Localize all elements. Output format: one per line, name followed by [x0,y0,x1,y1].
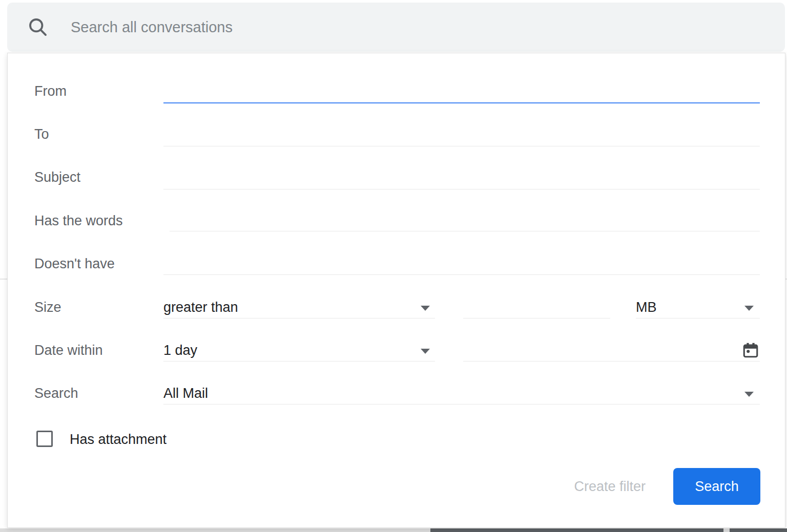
calendar-icon[interactable] [742,341,759,361]
has-attachment-checkbox[interactable] [36,431,53,447]
doesnt-have-label: Doesn't have [34,256,115,272]
search-input[interactable] [70,18,785,36]
has-words-underline [170,231,760,231]
size-unit-value: MB [636,300,657,315]
search-icon [27,16,49,38]
search-scope-dropdown[interactable]: All Mail [163,376,760,405]
doesnt-have-input[interactable] [163,247,760,275]
search-button[interactable]: Search [673,468,760,505]
advanced-search-panel: From To Subject Has the words Doesn't ha… [7,53,785,528]
background-dark-segment [430,528,723,532]
has-attachment-label: Has attachment [70,432,167,448]
from-label: From [34,83,67,99]
size-amount-underline [463,318,610,318]
create-filter-button[interactable]: Create filter [574,479,646,495]
to-underline [163,146,760,146]
size-amount-input[interactable] [463,290,610,318]
search-bar[interactable] [7,3,785,52]
size-label: Size [34,300,61,315]
background-content-strip [0,528,787,532]
background-dark-segment [730,528,787,532]
from-underline-focused [163,102,760,103]
size-comparator-value: greater than [163,300,238,315]
size-unit-dropdown[interactable]: MB [636,290,760,318]
date-underline [463,361,760,361]
subject-label: Subject [34,169,80,185]
size-comparator-underline [163,318,435,318]
search-scope-value: All Mail [163,386,208,401]
date-within-label: Date within [34,343,103,358]
to-input[interactable] [163,118,760,146]
action-buttons: Create filter Search [574,468,760,505]
chevron-down-icon [744,392,754,397]
date-range-underline [163,361,435,361]
has-words-input[interactable] [170,203,760,232]
search-scope-label: Search [34,386,78,401]
from-input[interactable] [163,75,760,103]
chevron-down-icon [421,349,430,354]
to-label: To [34,126,49,142]
date-input[interactable] [463,333,760,361]
doesnt-have-underline [163,274,760,275]
chevron-down-icon [744,306,754,311]
size-unit-underline [636,318,760,318]
subject-underline [163,189,760,189]
size-comparator-dropdown[interactable]: greater than [163,290,435,318]
has-words-label: Has the words [34,213,123,229]
date-range-value: 1 day [163,343,197,358]
background-divider-left [0,279,7,280]
chevron-down-icon [421,306,430,311]
date-range-dropdown[interactable]: 1 day [163,333,435,361]
subject-input[interactable] [163,161,760,189]
search-scope-underline [163,404,760,405]
gmail-search-filter-screen: From To Subject Has the words Doesn't ha… [0,0,787,532]
